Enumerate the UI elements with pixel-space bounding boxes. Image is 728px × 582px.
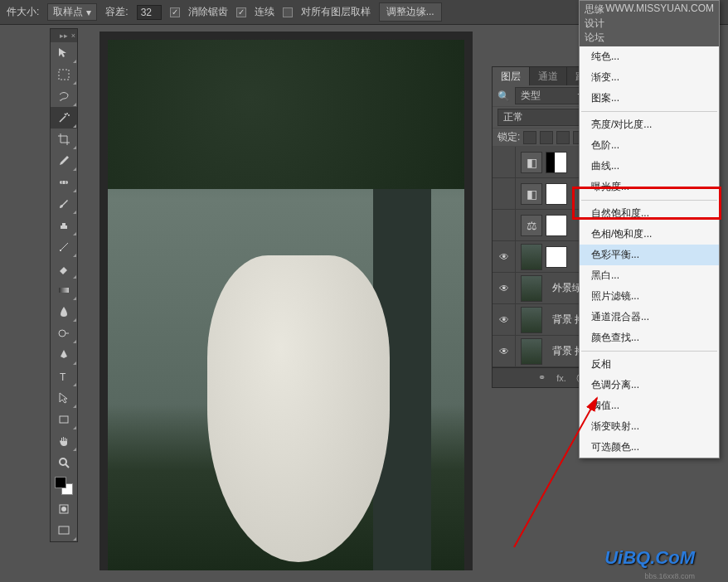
palette-header[interactable]: ▸▸ × [51, 29, 77, 42]
menu-color-balance[interactable]: 色彩平衡... [580, 245, 719, 265]
adjustment-layer-menu: 思缘设计论坛 WWW.MISSYUAN.COM 纯色... 渐变... 图案..… [579, 0, 720, 458]
svg-point-6 [60, 458, 66, 465]
type-tool[interactable]: T [51, 366, 77, 387]
screen-mode-toggle[interactable] [51, 520, 77, 541]
color-balance-adj-icon: ⚖ [521, 215, 542, 236]
visibility-toggle[interactable]: 👁 [493, 147, 516, 177]
eyedropper-tool[interactable] [51, 150, 77, 172]
visibility-toggle[interactable]: 👁 [493, 304, 516, 335]
layer-thumb[interactable] [521, 307, 542, 333]
svg-point-3 [59, 330, 66, 337]
menu-gradient-map[interactable]: 渐变映射... [580, 416, 719, 437]
canvas[interactable] [99, 32, 473, 570]
lock-pixels-icon[interactable] [540, 131, 553, 144]
svg-point-8 [61, 507, 66, 512]
menu-photo-filter[interactable]: 照片滤镜... [580, 286, 719, 307]
antialias-label: 消除锯齿 [188, 5, 228, 19]
layer-thumb[interactable] [521, 244, 542, 270]
adjustment-icon: ◧ [521, 152, 542, 173]
lasso-tool[interactable] [51, 85, 77, 107]
svg-rect-5 [60, 416, 68, 423]
svg-rect-0 [59, 70, 69, 80]
visibility-toggle[interactable]: 👁 [493, 273, 516, 303]
zoom-tool[interactable] [51, 452, 77, 473]
color-swatches[interactable] [51, 473, 77, 498]
foreground-color-swatch[interactable] [55, 477, 66, 488]
visibility-toggle[interactable]: 👁 [493, 210, 516, 240]
sample-size-label: 件大小: [7, 5, 39, 19]
visibility-toggle[interactable]: 👁 [493, 178, 516, 209]
gradient-tool[interactable] [51, 279, 77, 301]
brush-tool[interactable] [51, 193, 77, 215]
watermark-logo: UiBQ.CoM [604, 547, 695, 569]
tolerance-field[interactable]: 32 [137, 5, 162, 20]
magic-wand-tool[interactable] [51, 107, 77, 129]
link-layers-icon[interactable]: ⚭ [534, 371, 549, 385]
menu-hue-saturation[interactable]: 色相/饱和度... [580, 224, 719, 245]
menu-vibrance[interactable]: 自然饱和度... [580, 203, 719, 224]
eraser-tool[interactable] [51, 258, 77, 279]
quick-mask-toggle[interactable] [51, 498, 77, 520]
hand-tool[interactable] [51, 430, 77, 452]
menu-posterize[interactable]: 色调分离... [580, 375, 719, 395]
healing-brush-tool[interactable] [51, 172, 77, 193]
svg-rect-9 [59, 526, 69, 534]
all-layers-label: 对所有图层取样 [301, 5, 371, 19]
crop-tool[interactable] [51, 129, 77, 150]
menu-separator [581, 351, 717, 352]
filter-type-dropdown[interactable]: 类型÷ [515, 87, 589, 104]
menu-solid-color[interactable]: 纯色... [580, 46, 719, 67]
menu-threshold[interactable]: 阈值... [580, 395, 719, 416]
layer-mask-thumb[interactable] [546, 215, 567, 236]
menu-invert[interactable]: 反相 [580, 354, 719, 375]
lock-position-icon[interactable] [556, 131, 570, 144]
all-layers-checkbox[interactable] [283, 7, 293, 17]
lock-transparency-icon[interactable] [523, 131, 536, 144]
layer-fx-icon[interactable]: fx. [554, 371, 569, 385]
history-brush-tool[interactable] [51, 236, 77, 258]
dodge-tool[interactable] [51, 323, 77, 344]
menu-selective-color[interactable]: 可选颜色... [580, 437, 719, 458]
pen-tool[interactable] [51, 344, 77, 366]
menu-pattern[interactable]: 图案... [580, 88, 719, 109]
menu-curves[interactable]: 曲线... [580, 156, 719, 177]
menu-gradient[interactable]: 渐变... [580, 67, 719, 88]
path-selection-tool[interactable] [51, 387, 77, 409]
visibility-toggle[interactable]: 👁 [493, 336, 516, 366]
filter-icon[interactable]: 🔍 [497, 90, 510, 102]
menu-levels[interactable]: 色阶... [580, 135, 719, 156]
layer-thumb[interactable] [521, 275, 542, 302]
document-image [108, 40, 464, 570]
marquee-tool[interactable] [51, 64, 77, 85]
sample-size-dropdown[interactable]: 取样点▾ [47, 3, 97, 21]
tolerance-label: 容差: [105, 5, 128, 19]
lock-label: 锁定: [497, 130, 520, 144]
menu-separator [581, 200, 717, 201]
shape-tool[interactable] [51, 409, 77, 430]
menu-exposure[interactable]: 曝光度... [580, 177, 719, 197]
contiguous-checkbox[interactable]: ✓ [236, 7, 246, 17]
menu-color-lookup[interactable]: 颜色查找... [580, 327, 719, 348]
blur-tool[interactable] [51, 301, 77, 323]
menu-brightness-contrast[interactable]: 亮度/对比度... [580, 114, 719, 135]
svg-text:T: T [60, 371, 66, 383]
clone-stamp-tool[interactable] [51, 215, 77, 236]
tab-layers[interactable]: 图层 [493, 67, 530, 85]
adjustment-icon: ◧ [521, 183, 542, 205]
watermark-text: bbs.16xx8.com [644, 572, 695, 580]
collapse-icon[interactable]: ▸▸ [60, 32, 68, 40]
tab-channels[interactable]: 通道 [530, 67, 567, 85]
menu-black-white[interactable]: 黑白... [580, 265, 719, 286]
layer-thumb[interactable] [521, 338, 542, 365]
contiguous-label: 连续 [255, 5, 274, 19]
refine-edge-button[interactable]: 调整边缘... [379, 2, 442, 22]
antialias-checkbox[interactable]: ✓ [170, 7, 180, 17]
visibility-toggle[interactable]: 👁 [493, 241, 516, 272]
menu-channel-mixer[interactable]: 通道混合器... [580, 307, 719, 327]
layer-mask-thumb[interactable] [546, 246, 567, 268]
layer-mask-thumb[interactable] [546, 152, 567, 173]
svg-rect-2 [59, 288, 69, 293]
move-tool[interactable] [51, 42, 77, 64]
close-icon[interactable]: × [71, 32, 75, 40]
layer-mask-thumb[interactable] [546, 183, 567, 205]
